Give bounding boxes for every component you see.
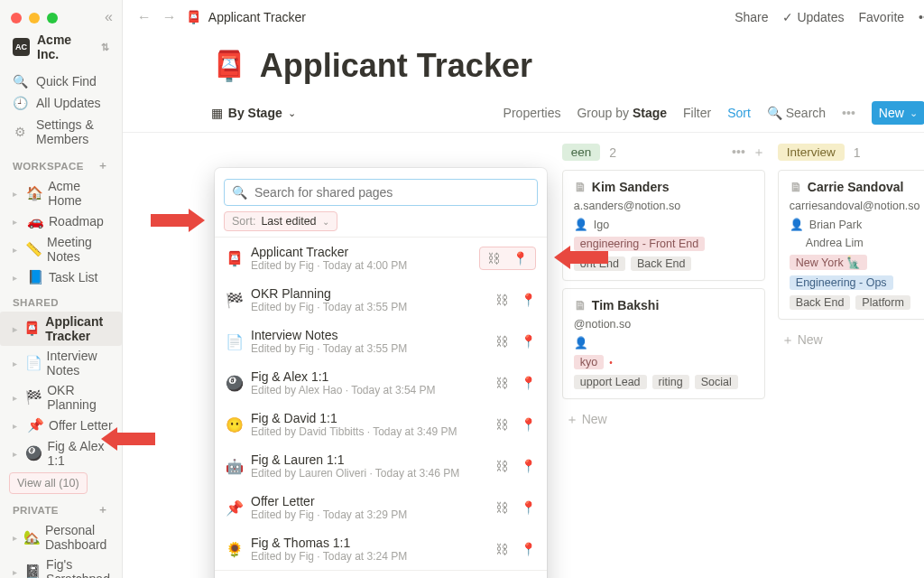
favorite-button[interactable]: Favorite (859, 10, 905, 24)
card-tag: New York 🗽 (790, 255, 867, 270)
popup-page-item[interactable]: 📄 Interview Notes Edited by Fig · Today … (215, 321, 547, 362)
column-more-icon[interactable]: ••• (732, 144, 745, 161)
link-icon[interactable]: ⛓ (487, 251, 500, 266)
popup-item-meta: Edited by Fig · Today at 3:29 PM (251, 508, 486, 521)
disclosure-triangle-icon[interactable]: ▸ (13, 359, 20, 368)
popup-page-item[interactable]: 🎱 Fig & Alex 1:1 Edited by Alex Hao · To… (215, 362, 547, 404)
board-card[interactable]: 🗎Carrie Sandoval carriesandoval@notion.s… (778, 170, 924, 320)
popup-page-item[interactable]: 📌 Offer Letter Edited by Fig · Today at … (215, 487, 547, 528)
column-add-icon[interactable]: ＋ (753, 144, 765, 161)
more-db-icon[interactable]: ••• (842, 106, 855, 120)
workspace-switcher[interactable]: AC Acme Inc. ⇅ (0, 29, 122, 70)
workspace-name: Acme Inc. (37, 33, 94, 61)
column-stage-pill: een (562, 144, 601, 161)
pin-icon[interactable]: 📍 (521, 459, 536, 473)
link-icon[interactable]: ⛓ (495, 459, 508, 473)
pin-icon[interactable]: 📍 (521, 542, 536, 556)
section-workspace: WORKSPACE ＋ (0, 150, 122, 176)
add-workspace-page-icon[interactable]: ＋ (97, 159, 108, 172)
close-window-icon[interactable] (11, 13, 22, 23)
popup-page-item[interactable]: 😶 Fig & David 1:1 Edited by David Tibbit… (215, 404, 547, 445)
view-switcher[interactable]: ▦ By Stage ⌄ (211, 106, 296, 120)
link-icon[interactable]: ⛓ (495, 334, 508, 349)
popup-page-item[interactable]: 🌻 Fig & Thomas 1:1 Edited by Fig · Today… (215, 528, 547, 570)
popup-page-item[interactable]: 🤖 Fig & Lauren 1:1 Edited by Lauren Oliv… (215, 445, 547, 487)
board-column-interview: Interview 1 🗎Carrie Sandoval carriesando… (778, 144, 924, 434)
popup-search[interactable]: 🔍 (224, 179, 538, 206)
more-icon[interactable]: ••• (919, 10, 924, 24)
popup-page-item[interactable]: 🏁 OKR Planning Edited by Fig · Today at … (215, 279, 547, 321)
page-label: Personal Dashboard (45, 523, 113, 552)
view-all-shared[interactable]: View all (10) (9, 472, 88, 494)
group-by-button[interactable]: Group by Stage (577, 106, 667, 120)
popup-search-input[interactable] (254, 185, 530, 200)
card-title: Tim Bakshi (592, 298, 659, 312)
link-icon[interactable]: ⛓ (495, 376, 508, 390)
settings-members[interactable]: ⚙ Settings & Members (0, 114, 122, 150)
sidebar-page-item[interactable]: ▸ 🏁 OKR Planning (0, 380, 122, 415)
disclosure-triangle-icon[interactable]: ▸ (13, 421, 22, 431)
disclosure-triangle-icon[interactable]: ▸ (13, 449, 20, 459)
sidebar-page-item[interactable]: ▸ 📄 Interview Notes (0, 346, 122, 380)
link-icon[interactable]: ⛓ (495, 417, 508, 432)
section-private: PRIVATE ＋ (0, 494, 122, 520)
filter-button[interactable]: Filter (683, 106, 711, 120)
popup-item-meta: Edited by Fig · Today at 3:55 PM (251, 342, 486, 355)
disclosure-triangle-icon[interactable]: ▸ (13, 324, 18, 334)
share-button[interactable]: Share (735, 10, 768, 24)
disclosure-triangle-icon[interactable]: ▸ (13, 393, 20, 403)
group-by-prefix: Group by (577, 106, 629, 120)
sidebar-page-item[interactable]: ▸ 📓 Fig's Scratchpad (0, 555, 122, 578)
page-emoji-icon: 🏠 (26, 185, 42, 201)
disclosure-triangle-icon[interactable]: ▸ (13, 567, 19, 577)
board-icon: ▦ (211, 106, 223, 120)
link-icon[interactable]: ⛓ (495, 293, 508, 307)
pin-icon[interactable]: 📍 (521, 293, 536, 307)
pin-icon[interactable]: 📍 (521, 334, 536, 349)
all-updates[interactable]: 🕘 All Updates (0, 92, 122, 114)
breadcrumb[interactable]: 📮 Applicant Tracker (186, 10, 306, 24)
page-emoji-icon: 📮 (211, 49, 247, 83)
popup-sort[interactable]: Sort: Last edited ⌄ (224, 211, 337, 231)
collapse-sidebar-icon[interactable]: « (105, 9, 113, 25)
updates-button[interactable]: ✓ Updates (782, 10, 844, 24)
page-emoji-icon: 📘 (27, 269, 43, 285)
sidebar-page-item[interactable]: ▸ 🏠 Acme Home (0, 176, 122, 210)
popup-page-item[interactable]: 📮 Applicant Tracker Edited by Fig · Toda… (215, 238, 547, 279)
pin-icon[interactable]: 📍 (521, 417, 536, 432)
disclosure-triangle-icon[interactable]: ▸ (13, 533, 18, 543)
sidebar-page-item[interactable]: ▸ 📘 Task List (0, 266, 122, 288)
back-icon[interactable]: ← (135, 9, 153, 25)
properties-button[interactable]: Properties (504, 106, 561, 120)
link-icon[interactable]: ⛓ (495, 500, 508, 515)
search-button[interactable]: 🔍 Search (767, 106, 826, 120)
popup-item-name: Fig & David 1:1 (251, 411, 486, 425)
add-card-button[interactable]: ＋ New (778, 327, 924, 354)
maximize-window-icon[interactable] (47, 13, 58, 23)
popup-footer[interactable]: ? Learn about shared pages (215, 570, 547, 578)
sidebar-page-item[interactable]: ▸ 🚗 Roadmap (0, 210, 122, 232)
page-emoji-icon: 📄 (25, 355, 42, 371)
pin-icon[interactable]: 📍 (513, 251, 528, 266)
popup-item-name: OKR Planning (251, 286, 486, 301)
disclosure-triangle-icon[interactable]: ▸ (13, 245, 20, 255)
link-icon[interactable]: ⛓ (495, 542, 508, 556)
board-card[interactable]: 🗎Tim Bakshi @notion.so 👤 kyo• upport Lea… (562, 288, 765, 399)
forward-icon[interactable]: → (161, 9, 179, 25)
page-title[interactable]: 📮 Applicant Tracker (211, 47, 924, 85)
add-private-page-icon[interactable]: ＋ (97, 503, 108, 517)
sidebar-page-item[interactable]: ▸ 🏡 Personal Dashboard (0, 520, 122, 555)
add-card-button[interactable]: ＋ New (562, 406, 765, 434)
disclosure-triangle-icon[interactable]: ▸ (13, 273, 22, 283)
sidebar-page-item[interactable]: ▸ 📏 Meeting Notes (0, 232, 122, 266)
minimize-window-icon[interactable] (29, 13, 40, 23)
quick-find[interactable]: 🔍 Quick Find (0, 70, 122, 92)
new-button[interactable]: New ⌄ (872, 101, 924, 125)
disclosure-triangle-icon[interactable]: ▸ (13, 189, 21, 199)
pin-icon[interactable]: 📍 (521, 376, 536, 390)
disclosure-triangle-icon[interactable]: ▸ (13, 217, 22, 227)
all-updates-label: All Updates (36, 96, 101, 110)
sidebar-page-item[interactable]: ▸ 📮 Applicant Tracker (0, 312, 122, 346)
pin-icon[interactable]: 📍 (521, 500, 536, 515)
sort-button[interactable]: Sort (727, 106, 751, 120)
